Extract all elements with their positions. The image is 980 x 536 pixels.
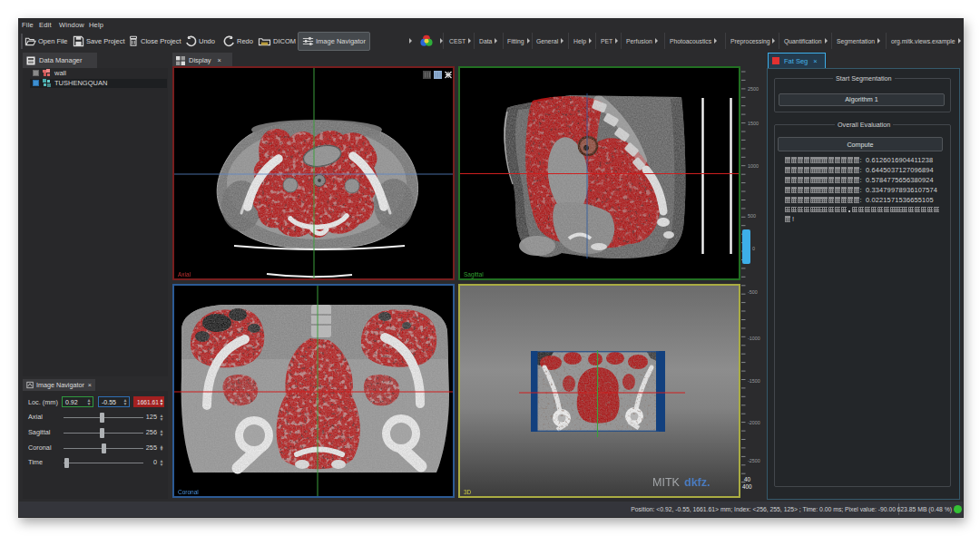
- svg-text:MITK: MITK: [652, 476, 681, 489]
- svg-text:1500: 1500: [748, 121, 759, 126]
- svg-text:-1000: -1000: [748, 336, 760, 341]
- svg-text:0: 0: [752, 246, 755, 251]
- svg-text:Axial: Axial: [178, 271, 191, 278]
- svg-text:3D: 3D: [464, 489, 472, 495]
- svg-text:-2500: -2500: [748, 458, 760, 463]
- svg-text:1000: 1000: [748, 163, 759, 169]
- svg-text:-1500: -1500: [748, 378, 760, 384]
- svg-text:-500: -500: [748, 289, 758, 295]
- svg-text:400: 400: [742, 483, 752, 490]
- svg-text:-2000: -2000: [748, 420, 760, 425]
- svg-text:40: 40: [744, 476, 751, 482]
- svg-text:dkfz.: dkfz.: [684, 476, 710, 489]
- svg-text:2500: 2500: [748, 86, 759, 92]
- svg-text:Sagittal: Sagittal: [464, 271, 484, 278]
- svg-text:Coronal: Coronal: [178, 489, 199, 495]
- svg-text:500: 500: [748, 213, 756, 219]
